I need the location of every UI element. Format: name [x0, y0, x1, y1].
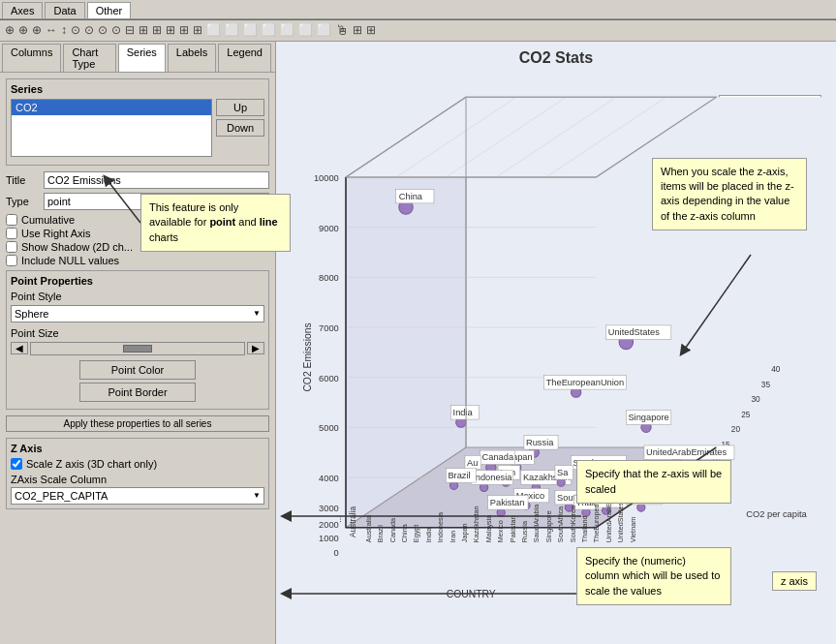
svg-text:5000: 5000: [319, 423, 339, 433]
svg-text:CO2 per capita: CO2 per capita: [746, 509, 807, 519]
svg-text:Thailand: Thailand: [580, 515, 589, 542]
tool-icon-6[interactable]: ⊙: [70, 23, 81, 37]
point-properties-section: Point Properties Point Style Sphere ▼ Po…: [6, 270, 269, 410]
svg-text:Sa: Sa: [557, 468, 569, 477]
slider-thumb[interactable]: [123, 345, 152, 353]
svg-text:7000: 7000: [319, 323, 339, 333]
z-scale-checkbox-row[interactable]: Scale Z axis (3D chart only): [11, 458, 264, 470]
svg-text:China: China: [400, 523, 409, 542]
svg-text:35: 35: [761, 381, 771, 389]
size-decrease-btn[interactable]: ◀: [11, 342, 28, 354]
svg-text:Australia: Australia: [349, 506, 357, 537]
tab-axes[interactable]: Axes: [2, 2, 43, 18]
tool-icon-22[interactable]: ⬜: [316, 23, 332, 37]
svg-text:Pakistan: Pakistan: [490, 498, 525, 507]
right-axis-checkbox[interactable]: [6, 228, 17, 239]
point-border-btn[interactable]: Point Border: [79, 383, 196, 402]
svg-text:SouthAfrica: SouthAfrica: [556, 506, 565, 542]
top-tabs-bar: Axes Data Other: [0, 0, 836, 19]
tool-icon-5[interactable]: ↕: [60, 23, 68, 37]
svg-text:CO2 Emissions: CO2 Emissions: [302, 322, 313, 391]
z-column-select[interactable]: CO2_PER_CAPITA ▼: [11, 487, 264, 505]
point-style-label: Point Style: [11, 291, 264, 302]
svg-text:Kazakhstan: Kazakhstan: [472, 506, 480, 542]
null-checkbox[interactable]: [6, 255, 17, 266]
series-section: Series CO2 Up Down: [6, 78, 269, 166]
cumulative-label: Cumulative: [21, 214, 75, 226]
svg-text:Russia: Russia: [520, 520, 529, 542]
svg-text:0: 0: [334, 547, 339, 557]
tool-icon-2[interactable]: ⊕: [17, 23, 29, 37]
size-increase-btn[interactable]: ▶: [247, 342, 264, 354]
svg-text:Brazil: Brazil: [448, 471, 470, 480]
svg-text:SouthKorea: SouthKorea: [569, 505, 577, 542]
svg-text:Vietnam: Vietnam: [629, 516, 637, 541]
svg-text:9000: 9000: [319, 223, 339, 232]
null-label: Include NULL values: [21, 255, 119, 266]
svg-text:Mexico: Mexico: [496, 520, 505, 542]
z-scale-checkbox[interactable]: [11, 458, 22, 470]
svg-text:1000: 1000: [319, 534, 339, 543]
tool-icon-15[interactable]: ⊞: [192, 23, 203, 37]
svg-text:40: 40: [771, 365, 781, 374]
up-button[interactable]: Up: [216, 99, 264, 116]
tool-icon-20[interactable]: ⬜: [279, 23, 295, 37]
tab-series[interactable]: Series: [118, 44, 166, 72]
title-input[interactable]: [44, 171, 269, 189]
tab-chart-type[interactable]: Chart Type: [63, 44, 115, 72]
tool-icon-17[interactable]: ⬜: [224, 23, 240, 37]
svg-text:10000: 10000: [314, 173, 339, 183]
tab-labels[interactable]: Labels: [168, 44, 216, 72]
tool-icon-3[interactable]: ⊕: [31, 23, 43, 37]
tab-columns[interactable]: Columns: [2, 44, 61, 72]
point-style-select[interactable]: Sphere ▼: [11, 305, 264, 322]
tooltip-feature-available: This feature is only available for point…: [140, 194, 276, 252]
type-label: Type: [6, 196, 40, 207]
tool-icon-7[interactable]: ⊙: [83, 23, 95, 37]
svg-text:SaudiArabia: SaudiArabia: [532, 504, 541, 542]
tool-icon-8[interactable]: ⊙: [97, 23, 108, 37]
svg-text:COUNTRY: COUNTRY: [447, 589, 496, 599]
size-slider[interactable]: [30, 342, 245, 355]
point-color-btn[interactable]: Point Color: [79, 360, 196, 380]
tab-legend[interactable]: Legend: [218, 44, 271, 72]
tool-icon-21[interactable]: ⬜: [297, 23, 314, 37]
svg-text:...: ...: [334, 515, 343, 522]
right-axis-label: Use Right Axis: [21, 228, 91, 239]
tool-icon-23[interactable]: 🖱: [334, 22, 350, 38]
svg-text:Japan: Japan: [460, 523, 469, 542]
tooltip-specify-scale: Specify that the z-axis will be scaled: [576, 460, 731, 504]
apply-all-btn[interactable]: Apply these properties to all series: [6, 415, 269, 432]
tool-icon-19[interactable]: ⬜: [261, 23, 277, 37]
svg-text:4000: 4000: [319, 474, 339, 483]
chart-area: CO2 Stats CO2 Emissions: [276, 42, 836, 644]
checkbox-null[interactable]: Include NULL values: [6, 255, 269, 266]
tool-icon-25[interactable]: ⊞: [365, 23, 377, 37]
cumulative-checkbox[interactable]: [6, 214, 17, 226]
tool-icon-24[interactable]: ⊞: [352, 23, 363, 37]
tool-icon-11[interactable]: ⊞: [138, 23, 149, 37]
svg-text:Pakistan: Pakistan: [509, 515, 517, 542]
svg-text:India: India: [424, 526, 433, 542]
tool-icon-4[interactable]: ↔: [45, 23, 58, 37]
svg-text:Iran: Iran: [449, 530, 457, 541]
tool-icon-10[interactable]: ⊟: [124, 23, 136, 37]
z-axis-section: Z Axis Scale Z axis (3D chart only) ZAxi…: [6, 438, 269, 509]
tool-icon-9[interactable]: ⊙: [110, 23, 122, 37]
series-item-co2[interactable]: CO2: [12, 100, 211, 115]
shadow-checkbox[interactable]: [6, 241, 17, 253]
tool-icon-1[interactable]: ⊕: [4, 23, 15, 37]
svg-text:Au: Au: [467, 457, 478, 467]
tool-icon-13[interactable]: ⊞: [165, 23, 176, 37]
apply-row: Apply these properties to all series: [6, 415, 269, 432]
svg-text:6000: 6000: [319, 373, 339, 383]
series-listbox[interactable]: CO2: [11, 99, 212, 157]
tab-data[interactable]: Data: [45, 2, 84, 18]
tool-icon-12[interactable]: ⊞: [151, 23, 163, 37]
down-button[interactable]: Down: [216, 119, 264, 137]
tab-other[interactable]: Other: [87, 2, 132, 18]
tool-icon-16[interactable]: ⬜: [205, 23, 222, 37]
tool-icon-18[interactable]: ⬜: [242, 23, 259, 37]
tool-icon-14[interactable]: ⊞: [178, 23, 190, 37]
second-tabs-bar: Columns Chart Type Series Labels Legend: [0, 42, 275, 73]
